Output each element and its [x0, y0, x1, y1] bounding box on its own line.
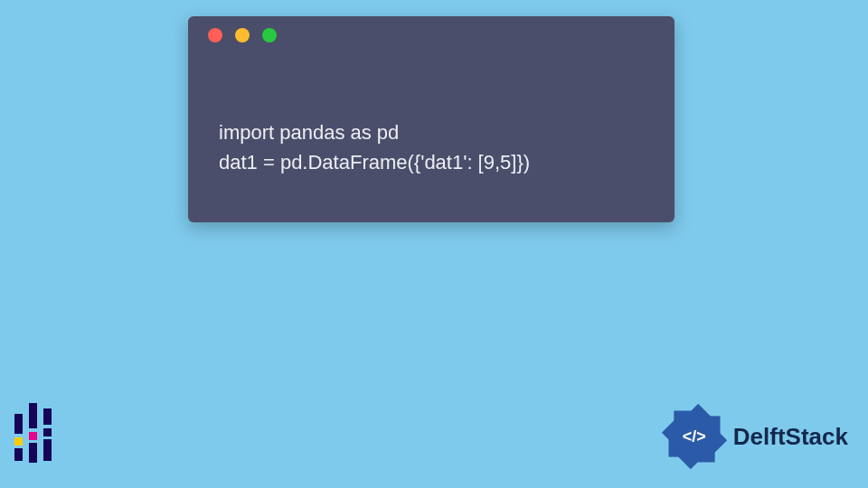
pandas-logo-icon	[14, 403, 65, 463]
brand-name: DelftStack	[733, 423, 848, 451]
code-line-1: import pandas as pd	[219, 121, 399, 144]
window-titlebar	[188, 16, 675, 54]
close-icon[interactable]	[208, 28, 222, 42]
code-tag-icon: </>	[675, 417, 714, 456]
code-window: import pandas as pd dat1 = pd.DataFrame(…	[188, 16, 675, 222]
code-body: import pandas as pd dat1 = pd.DataFrame(…	[188, 54, 675, 177]
delftstack-logo-icon: </>	[663, 405, 726, 468]
delftstack-brand: </> DelftStack	[663, 405, 848, 468]
code-line-2: dat1 = pd.DataFrame({'dat1': [9,5]})	[219, 151, 530, 174]
zoom-icon[interactable]	[262, 28, 277, 42]
minimize-icon[interactable]	[235, 28, 250, 42]
